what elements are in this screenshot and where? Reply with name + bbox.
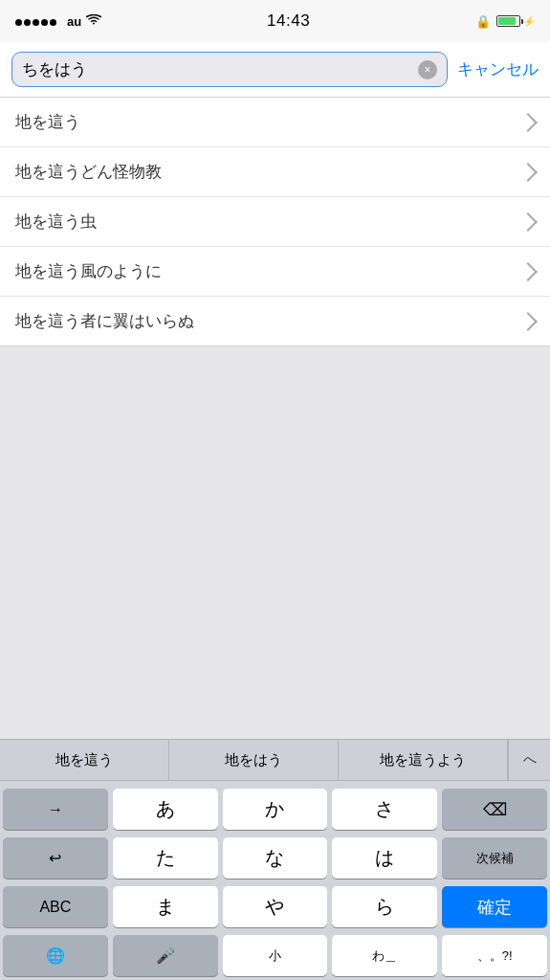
result-item[interactable]: 地を這う風のように	[0, 247, 550, 297]
keyboard-area: 地を這う地をはう地を這うようへ →あかさ⌫↩たなは次候補ABCまやら確定🌐🎤小わ…	[0, 739, 550, 980]
arrow-icon	[518, 262, 538, 281]
key-row-0: →あかさ⌫	[3, 789, 547, 830]
key-1-2[interactable]: な	[223, 837, 328, 879]
key-1-0[interactable]: ↩	[3, 837, 108, 879]
background-gap	[0, 346, 550, 490]
suggestions-bar: 地を這う地をはう地を這うようへ	[0, 739, 550, 781]
arrow-icon	[518, 212, 538, 232]
arrow-icon	[518, 113, 538, 132]
result-text: 地を這う者に翼はいらぬ	[15, 310, 194, 332]
result-text: 地を這う	[15, 111, 80, 133]
lock-icon: 🔒	[475, 14, 491, 29]
key-1-1[interactable]: た	[113, 837, 218, 879]
key-row-2: ABCまやら確定	[3, 886, 547, 927]
result-text: 地を這う風のように	[15, 260, 162, 282]
battery-indicator: ⚡	[496, 15, 535, 27]
key-3-1[interactable]: 🎤	[113, 935, 218, 976]
signal-dots	[15, 14, 58, 29]
key-2-0[interactable]: ABC	[3, 886, 108, 927]
status-bar: au 14:43 🔒 ⚡	[0, 0, 550, 42]
status-left: au	[15, 14, 101, 29]
cancel-button[interactable]: キャンセル	[457, 58, 539, 80]
key-0-1[interactable]: あ	[113, 789, 218, 830]
time-display: 14:43	[267, 11, 310, 31]
status-right: 🔒 ⚡	[475, 14, 535, 29]
results-list: 地を這う 地を這うどん怪物教 地を這う虫 地を這う風のように 地を這う者に翼はい…	[0, 98, 550, 346]
key-0-0[interactable]: →	[3, 789, 108, 830]
key-3-0[interactable]: 🌐	[3, 935, 108, 976]
key-3-2[interactable]: 小	[223, 935, 328, 976]
search-bar: ちをはう × キャンセル	[0, 42, 550, 98]
key-row-1: ↩たなは次候補	[3, 837, 547, 879]
result-text: 地を這う虫	[15, 211, 97, 233]
key-2-2[interactable]: や	[223, 886, 328, 927]
suggestion-item-1[interactable]: 地をはう	[169, 740, 339, 780]
arrow-icon	[518, 312, 538, 331]
key-0-2[interactable]: か	[223, 789, 328, 830]
key-0-3[interactable]: さ	[332, 789, 437, 830]
key-2-3[interactable]: ら	[332, 886, 437, 927]
keyboard: →あかさ⌫↩たなは次候補ABCまやら確定🌐🎤小わ＿、。?!	[0, 781, 550, 980]
key-2-1[interactable]: ま	[113, 886, 218, 927]
wifi-icon	[86, 14, 101, 29]
result-item[interactable]: 地を這う	[0, 98, 550, 147]
result-item[interactable]: 地を這う虫	[0, 197, 550, 247]
key-1-3[interactable]: は	[332, 837, 437, 879]
carrier-label: au	[67, 14, 81, 29]
suggestion-item-2[interactable]: 地を這うよう	[339, 740, 508, 780]
expand-suggestions-button[interactable]: へ	[508, 740, 550, 780]
key-0-4[interactable]: ⌫	[442, 789, 547, 830]
result-item[interactable]: 地を這う者に翼はいらぬ	[0, 297, 550, 345]
result-text: 地を這うどん怪物教	[15, 161, 162, 183]
suggestion-item-0[interactable]: 地を這う	[0, 740, 169, 780]
clear-button[interactable]: ×	[418, 60, 437, 79]
key-3-3[interactable]: わ＿	[332, 935, 437, 976]
key-3-4[interactable]: 、。?!	[442, 935, 547, 976]
key-2-4[interactable]: 確定	[442, 886, 547, 927]
key-1-4[interactable]: 次候補	[442, 837, 547, 879]
result-item[interactable]: 地を這うどん怪物教	[0, 147, 550, 197]
key-row-3: 🌐🎤小わ＿、。?!	[3, 935, 547, 976]
arrow-icon	[518, 163, 538, 182]
search-input-wrapper[interactable]: ちをはう ×	[11, 52, 448, 87]
search-input[interactable]: ちをはう	[22, 58, 418, 80]
charging-icon: ⚡	[523, 16, 535, 27]
